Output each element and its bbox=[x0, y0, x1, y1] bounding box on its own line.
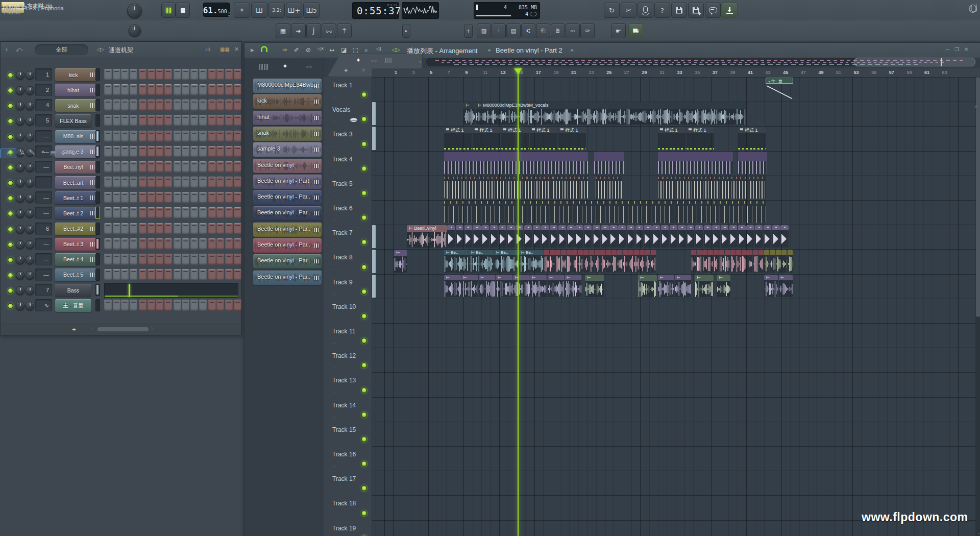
step-cell[interactable] bbox=[182, 161, 189, 173]
plugin-button[interactable]: ⎓ bbox=[566, 23, 580, 38]
step-cell[interactable] bbox=[121, 131, 129, 142]
channel-select-strip[interactable] bbox=[95, 207, 100, 219]
micro-audio-clip[interactable] bbox=[606, 250, 611, 272]
micro-audio-clip[interactable] bbox=[572, 250, 577, 272]
channel-select-strip[interactable] bbox=[95, 68, 100, 81]
step-cell[interactable] bbox=[130, 100, 137, 111]
channel-led[interactable] bbox=[8, 103, 13, 109]
mic-stand-button[interactable]: ⍑ bbox=[337, 23, 352, 38]
save-new-version-button[interactable]: ✚ bbox=[688, 3, 704, 18]
channel-select-strip[interactable] bbox=[95, 253, 100, 265]
microphone-button[interactable] bbox=[638, 3, 653, 18]
step-cell[interactable] bbox=[164, 161, 172, 173]
paint-tool-icon[interactable]: ✐ bbox=[294, 46, 299, 54]
metronome-icon[interactable]: Ш+ bbox=[286, 3, 302, 18]
step-cell[interactable] bbox=[156, 131, 163, 142]
step-cell[interactable] bbox=[113, 269, 120, 280]
step-cell[interactable] bbox=[225, 100, 233, 111]
micro-audio-clip[interactable] bbox=[776, 250, 781, 272]
micro-audio-clip[interactable] bbox=[555, 250, 560, 272]
micro-audio-clip[interactable]: ⊢ Be.. bbox=[444, 250, 469, 272]
track-led[interactable] bbox=[361, 436, 367, 442]
micro-audio-clip[interactable]: ⊢ bbox=[513, 275, 530, 297]
channel-pan-knob[interactable] bbox=[16, 271, 24, 280]
channel-button[interactable]: snak bbox=[55, 99, 97, 112]
step-cell[interactable] bbox=[182, 177, 189, 188]
arrow-mini-clip[interactable] bbox=[533, 225, 541, 248]
arrow-mini-clip[interactable] bbox=[550, 225, 557, 248]
micro-audio-clip[interactable] bbox=[583, 250, 589, 272]
playlist-close-icon[interactable]: ✕ bbox=[964, 46, 968, 52]
step-cell[interactable] bbox=[104, 131, 112, 142]
step-cell[interactable] bbox=[174, 300, 181, 311]
step-cell[interactable] bbox=[148, 254, 155, 265]
channel-number-box[interactable]: 1 bbox=[35, 68, 52, 81]
pattern-clip[interactable]: 样式 1 bbox=[658, 127, 685, 149]
arrow-mini-clip[interactable] bbox=[609, 225, 617, 248]
pattern-stripes-clip[interactable] bbox=[444, 201, 766, 223]
channel-number-box[interactable]: --- bbox=[35, 238, 52, 250]
step-cell[interactable] bbox=[216, 300, 224, 311]
micro-audio-clip[interactable] bbox=[600, 250, 605, 272]
step-cell[interactable] bbox=[199, 146, 207, 157]
track-options-dots[interactable]: ⋯ bbox=[332, 391, 337, 395]
step-cell[interactable] bbox=[208, 254, 216, 265]
step-cell[interactable] bbox=[216, 161, 224, 173]
micro-audio-clip[interactable] bbox=[781, 250, 787, 272]
arrow-mini-clip[interactable] bbox=[473, 225, 480, 248]
timeline-ruler[interactable]: 1357911131517192123252729313335373941434… bbox=[372, 68, 980, 78]
step-cell[interactable] bbox=[190, 146, 198, 157]
track-options-dots[interactable]: ⋯ bbox=[332, 193, 337, 198]
arrow-mini-clip[interactable] bbox=[524, 225, 532, 248]
track-lane[interactable] bbox=[372, 299, 980, 324]
step-cell[interactable] bbox=[234, 146, 241, 157]
step-cell[interactable] bbox=[208, 131, 216, 142]
audio-clip[interactable]: ⊢ bbox=[394, 250, 407, 272]
step-cell[interactable] bbox=[182, 115, 189, 126]
step-cell[interactable] bbox=[225, 207, 233, 218]
step-cell[interactable] bbox=[139, 100, 146, 111]
channel-select-strip[interactable] bbox=[95, 84, 100, 96]
arrow-mini-clip[interactable] bbox=[755, 225, 763, 248]
micro-audio-clip[interactable] bbox=[550, 250, 555, 272]
step-cell[interactable] bbox=[139, 254, 146, 265]
step-cell[interactable] bbox=[225, 223, 233, 234]
step-cell[interactable] bbox=[190, 207, 198, 218]
step-cell[interactable] bbox=[174, 131, 181, 142]
track-header[interactable]: Track 9⋯ bbox=[324, 274, 372, 299]
track-lane[interactable]: ⊢⊢⊢⊢⊢⊢⊢⊢⊢ ⊢ ⊢⊢⊢ ⊢ ⊢⊢ bbox=[372, 274, 980, 299]
micro-audio-clip[interactable] bbox=[702, 250, 707, 272]
track-lane[interactable]: ⊢ Beetl..vinyl bbox=[372, 225, 980, 250]
track-options-dots[interactable]: ⋯ bbox=[332, 316, 337, 321]
step-cell[interactable] bbox=[130, 300, 137, 311]
arrow-mini-clip[interactable] bbox=[695, 225, 703, 248]
track-lane[interactable] bbox=[372, 323, 980, 348]
picker-item[interactable]: Beetle on vinyl - Par.. bbox=[253, 206, 322, 221]
step-cell[interactable] bbox=[148, 131, 155, 142]
step-cell[interactable] bbox=[121, 100, 129, 111]
micro-audio-clip[interactable] bbox=[742, 250, 747, 272]
channel-select-strip[interactable] bbox=[95, 114, 100, 127]
channel-volume-knob[interactable] bbox=[26, 86, 34, 95]
step-cell[interactable] bbox=[225, 300, 233, 311]
channel-button[interactable]: Beet..t 1 bbox=[55, 191, 97, 204]
pattern-stripes-clip[interactable] bbox=[594, 152, 624, 174]
arrow-mini-clip[interactable] bbox=[678, 225, 685, 248]
step-cell[interactable] bbox=[104, 238, 112, 250]
step-cell[interactable] bbox=[174, 269, 181, 280]
step-cell[interactable] bbox=[130, 223, 137, 234]
step-cell[interactable] bbox=[148, 100, 155, 111]
select-tool-icon[interactable]: ⬚ bbox=[353, 46, 358, 54]
step-cell[interactable] bbox=[234, 131, 241, 142]
step-cell[interactable] bbox=[148, 269, 155, 280]
step-cell[interactable] bbox=[113, 100, 120, 111]
track-header[interactable]: Track 8⋯ bbox=[324, 249, 372, 274]
step-cell[interactable] bbox=[148, 146, 155, 157]
step-cell[interactable] bbox=[113, 146, 120, 157]
arrow-mini-clip[interactable] bbox=[490, 225, 498, 248]
track-lane[interactable]: ⌁主..量 bbox=[372, 77, 980, 102]
step-cell[interactable] bbox=[156, 269, 163, 280]
step-cell[interactable] bbox=[104, 69, 112, 80]
step-cell[interactable] bbox=[234, 223, 241, 234]
step-cell[interactable] bbox=[156, 161, 163, 173]
